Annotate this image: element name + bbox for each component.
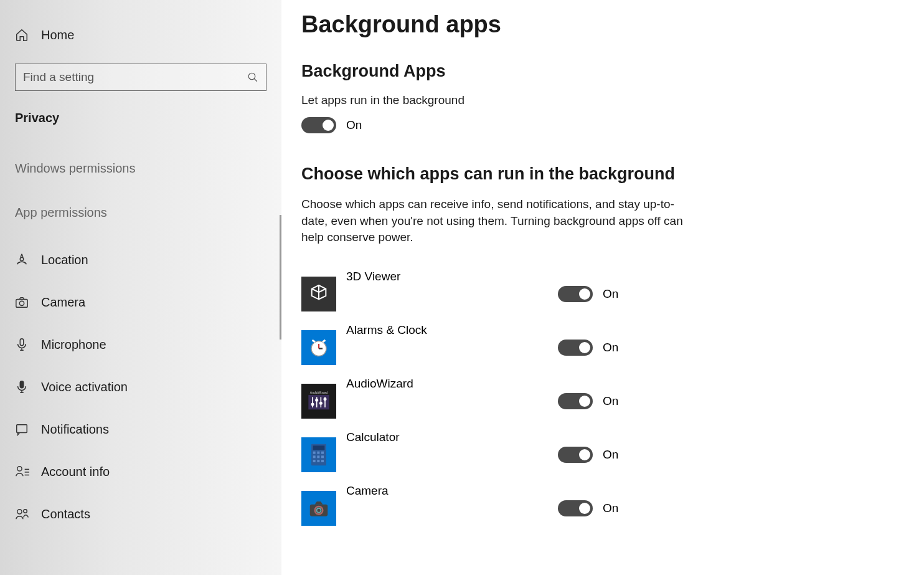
sidebar-item-voice-activation[interactable]: Voice activation <box>0 366 281 408</box>
svg-point-25 <box>315 399 318 402</box>
camera-icon <box>15 295 41 309</box>
app-toggle-state: On <box>603 287 618 301</box>
svg-rect-36 <box>313 460 316 462</box>
app-toggle-alarms-clock[interactable] <box>558 340 593 356</box>
section-background-apps: Background Apps <box>301 62 899 81</box>
app-toggle-state: On <box>603 448 618 462</box>
sidebar-item-label: Account info <box>41 465 110 479</box>
sidebar-item-label: Camera <box>41 295 85 310</box>
svg-point-26 <box>319 402 323 405</box>
group-windows-permissions: Windows permissions <box>0 150 281 194</box>
sidebar-item-label: Contacts <box>41 507 90 521</box>
svg-point-0 <box>248 73 255 80</box>
sidebar-item-notifications[interactable]: Notifications <box>0 408 281 450</box>
sidebar: Home Privacy Windows permissions App per… <box>0 0 281 575</box>
home-nav-item[interactable]: Home <box>0 14 281 56</box>
svg-rect-37 <box>317 460 319 462</box>
svg-rect-18 <box>308 395 329 409</box>
svg-rect-6 <box>20 381 24 388</box>
svg-point-13 <box>24 510 27 513</box>
app-icon-calculator <box>301 437 336 472</box>
svg-rect-29 <box>313 445 325 450</box>
category-title: Privacy <box>0 102 281 150</box>
app-icon-audiowizard: AudioWizard <box>301 384 336 419</box>
app-toggle-audiowizard[interactable] <box>558 393 593 409</box>
app-row-camera: Camera On <box>301 482 899 535</box>
svg-rect-35 <box>321 455 324 458</box>
sidebar-item-label: Location <box>41 253 88 267</box>
svg-rect-3 <box>16 299 27 307</box>
section-choose-apps-desc: Choose which apps can receive info, send… <box>301 196 687 246</box>
search-icon <box>247 72 258 83</box>
app-row-3d-viewer: 3D Viewer On <box>301 267 899 321</box>
account-info-icon <box>15 465 41 478</box>
location-icon <box>15 253 41 267</box>
svg-point-12 <box>17 510 22 514</box>
sidebar-item-contacts[interactable]: Contacts <box>0 493 281 535</box>
svg-rect-34 <box>317 455 319 458</box>
microphone-icon <box>15 338 41 351</box>
sidebar-item-label: Notifications <box>41 422 109 437</box>
app-name: Camera <box>346 482 558 498</box>
svg-rect-7 <box>17 425 27 433</box>
search-input-wrap[interactable] <box>15 64 266 91</box>
app-toggle-state: On <box>603 341 618 354</box>
master-toggle-state: On <box>346 118 362 132</box>
master-toggle-label: Let apps run in the background <box>301 93 899 107</box>
svg-line-1 <box>254 78 257 82</box>
app-toggle-calculator[interactable] <box>558 447 593 463</box>
sidebar-item-label: Voice activation <box>41 380 128 394</box>
app-row-alarms-clock: Alarms & Clock On <box>301 321 899 374</box>
app-icon-alarms-clock <box>301 330 336 365</box>
app-row-calculator: Calculator On <box>301 428 899 482</box>
svg-rect-31 <box>317 451 319 454</box>
sidebar-item-label: Microphone <box>41 338 106 352</box>
page-title: Background apps <box>301 11 899 38</box>
sidebar-item-camera[interactable]: Camera <box>0 281 281 323</box>
svg-rect-30 <box>313 451 316 454</box>
app-name: 3D Viewer <box>346 267 558 283</box>
svg-point-2 <box>20 257 24 261</box>
voice-activation-icon <box>15 380 41 394</box>
sidebar-item-microphone[interactable]: Microphone <box>0 323 281 366</box>
app-name: Calculator <box>346 428 558 444</box>
app-row-audiowizard: AudioWizard AudioWizard On <box>301 374 899 428</box>
home-icon <box>15 28 41 42</box>
svg-rect-33 <box>313 455 316 458</box>
svg-rect-32 <box>321 451 324 454</box>
app-toggle-state: On <box>603 501 618 515</box>
sidebar-item-location[interactable]: Location <box>0 239 281 281</box>
app-icon-3d-viewer <box>301 277 336 311</box>
svg-text:AudioWizard: AudioWizard <box>310 391 328 394</box>
sidebar-item-account-info[interactable]: Account info <box>0 450 281 493</box>
svg-point-4 <box>19 301 24 305</box>
app-name: Alarms & Clock <box>346 321 558 337</box>
section-choose-apps: Choose which apps can run in the backgro… <box>301 164 899 184</box>
svg-point-24 <box>311 402 314 406</box>
app-toggle-3d-viewer[interactable] <box>558 286 593 302</box>
app-toggle-state: On <box>603 394 618 408</box>
contacts-icon <box>15 507 41 521</box>
app-icon-camera-app <box>301 491 336 526</box>
group-app-permissions: App permissions <box>0 194 281 239</box>
svg-point-8 <box>17 467 22 471</box>
notifications-icon <box>15 422 41 436</box>
svg-rect-5 <box>20 339 24 346</box>
app-toggle-camera[interactable] <box>558 500 593 516</box>
search-input[interactable] <box>23 70 247 84</box>
svg-point-27 <box>324 397 327 401</box>
home-label: Home <box>41 28 74 42</box>
app-name: AudioWizard <box>346 374 558 391</box>
sidebar-scroll-indicator[interactable] <box>280 215 281 340</box>
master-toggle[interactable] <box>301 117 336 133</box>
svg-rect-38 <box>321 460 324 462</box>
main-content: Background apps Background Apps Let apps… <box>281 0 924 575</box>
